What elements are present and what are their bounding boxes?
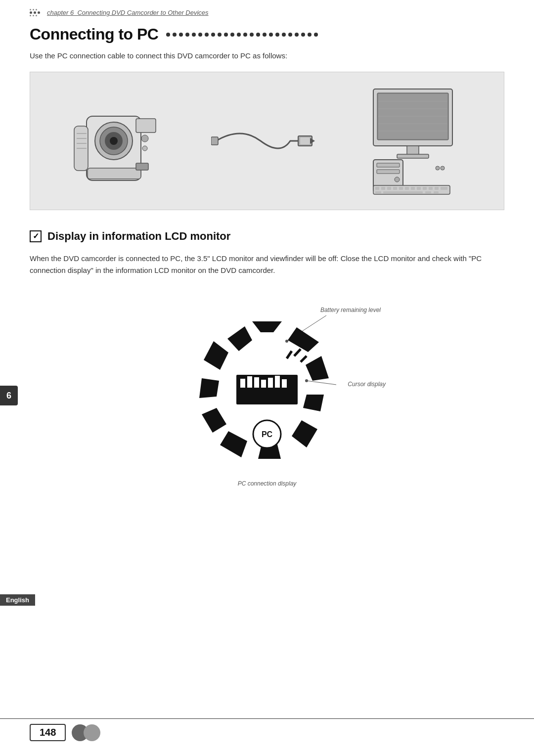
camcorder-illustration: [72, 87, 168, 195]
svg-rect-7: [88, 168, 141, 179]
svg-rect-44: [435, 187, 439, 190]
svg-rect-47: [383, 191, 423, 193]
checkbox-icon: ✓: [30, 230, 42, 242]
svg-rect-28: [397, 154, 429, 158]
svg-line-64: [287, 351, 292, 358]
body-text: When the DVD camcorder is connected to P…: [0, 250, 534, 292]
svg-rect-17: [300, 137, 310, 144]
svg-rect-57: [240, 379, 245, 388]
svg-rect-40: [411, 187, 415, 190]
svg-point-9: [142, 146, 147, 151]
page-footer: 148: [0, 718, 534, 746]
svg-line-54: [307, 381, 336, 385]
svg-rect-56: [236, 375, 298, 404]
svg-point-55: [305, 379, 308, 382]
svg-point-8: [141, 135, 148, 142]
breadcrumb: chapter 6_Connecting DVD Camcorder to Ot…: [0, 0, 534, 20]
breadcrumb-text: chapter 6_Connecting DVD Camcorder to Ot…: [47, 9, 209, 16]
pc-illustration: [363, 87, 462, 195]
svg-rect-60: [261, 380, 266, 388]
svg-rect-61: [268, 378, 273, 388]
svg-rect-45: [441, 187, 447, 190]
svg-rect-10: [136, 163, 148, 170]
svg-rect-43: [429, 187, 433, 190]
svg-rect-42: [423, 187, 427, 190]
svg-rect-34: [375, 187, 379, 190]
lcd-diagram: Battery remaining level Cursor display: [30, 302, 504, 489]
svg-rect-63: [282, 379, 287, 388]
lcd-diagram-inner: Battery remaining level Cursor display: [143, 302, 391, 489]
label-pc-connection: PC connection display: [238, 480, 297, 487]
svg-point-51: [441, 166, 445, 170]
section-heading-text: Display in information LCD monitor: [47, 230, 230, 243]
title-decoration-dots: [166, 33, 504, 37]
diagram-arrows: PC: [143, 302, 391, 489]
svg-rect-41: [417, 187, 421, 190]
svg-rect-21: [378, 94, 447, 139]
svg-rect-38: [399, 187, 403, 190]
svg-rect-15: [211, 137, 218, 145]
svg-rect-27: [407, 146, 419, 155]
svg-rect-59: [254, 377, 259, 388]
page-number: 148: [30, 724, 66, 741]
svg-point-50: [436, 166, 440, 170]
svg-rect-39: [405, 187, 409, 190]
svg-line-65: [294, 349, 301, 356]
svg-rect-5: [136, 119, 156, 133]
svg-rect-31: [377, 170, 400, 174]
svg-point-32: [395, 177, 400, 182]
svg-text:PC: PC: [262, 430, 273, 439]
svg-rect-62: [275, 376, 280, 388]
intro-text: Use the PC connection cable to connect t…: [0, 50, 534, 72]
svg-rect-36: [387, 187, 391, 190]
svg-line-66: [301, 356, 307, 362]
language-badge: English: [0, 594, 35, 606]
svg-rect-30: [377, 163, 400, 167]
footer-circles-decoration: [72, 724, 100, 741]
usb-cable-illustration: [211, 121, 320, 161]
chapter-tab: 6: [0, 386, 18, 405]
breadcrumb-dots-icon: [30, 9, 40, 16]
svg-rect-35: [381, 187, 385, 190]
svg-rect-49: [434, 191, 439, 193]
connection-diagram-image: [30, 72, 504, 210]
page-title-row: Connecting to PC: [0, 20, 534, 50]
section-heading: ✓ Display in information LCD monitor: [0, 225, 534, 250]
svg-rect-46: [375, 191, 381, 193]
svg-rect-48: [425, 191, 431, 193]
svg-point-4: [110, 137, 118, 145]
page-title: Connecting to PC: [30, 25, 158, 44]
svg-rect-58: [247, 376, 252, 388]
svg-rect-37: [393, 187, 397, 190]
